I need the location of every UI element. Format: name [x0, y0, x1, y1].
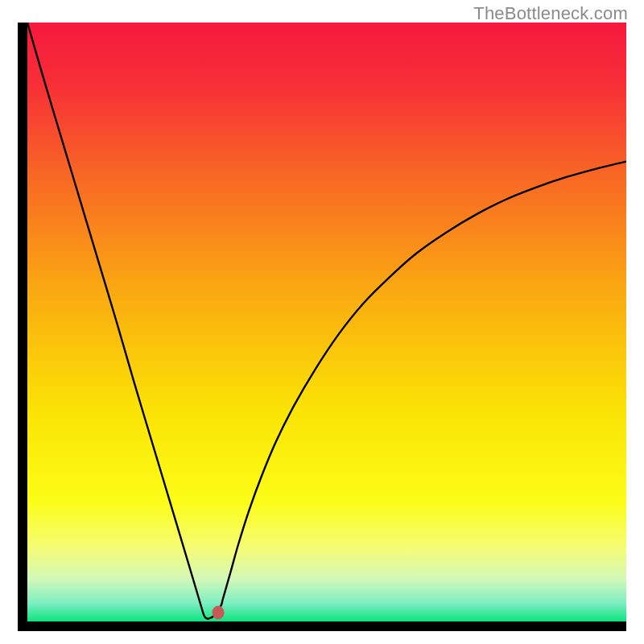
bottleneck-curve [27, 23, 626, 621]
min-marker-icon [212, 605, 224, 619]
attribution-text: TheBottleneck.com [473, 3, 628, 24]
chart-frame [18, 23, 626, 631]
plot-area [27, 23, 626, 621]
page-root: TheBottleneck.com [0, 0, 644, 644]
